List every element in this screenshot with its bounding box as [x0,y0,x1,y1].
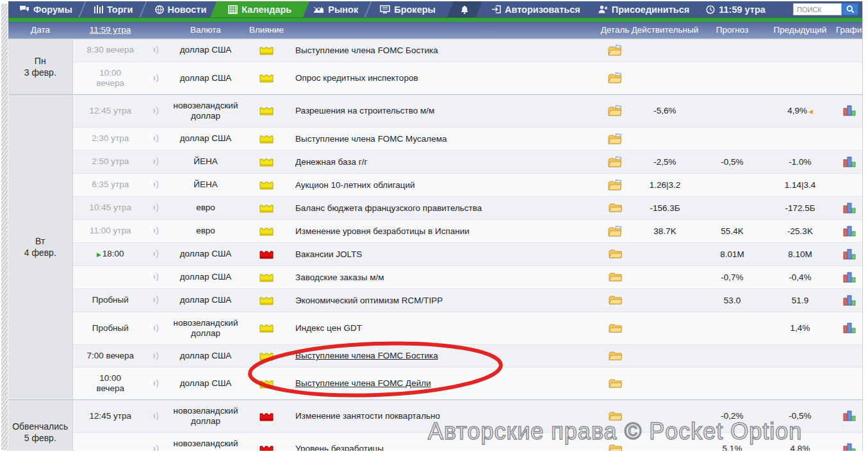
event-row[interactable]: Пробныйдоллар СШАЭкономический оптимизм … [8,289,863,312]
chart-cell[interactable] [836,196,863,219]
chart-cell[interactable] [836,173,863,196]
tab-trades[interactable]: Торги [83,1,144,17]
event-row[interactable]: 7:00 вечерадоллар СШАВыступление члена F… [8,344,863,367]
event-row[interactable]: 6:35 утраЙЕНААукцион 10-летних облигаций… [8,173,863,196]
bar-chart-icon[interactable] [843,226,856,237]
detail-report-icon[interactable] [608,105,623,116]
detail-cell[interactable] [600,265,630,289]
event-row[interactable]: 11:00 утраевроИзменение уровня безработи… [8,219,863,242]
event-title[interactable]: Изменение уровня безработицы в Испании [286,219,600,242]
event-row[interactable]: Пробныйновозеландский долларИндекс цен G… [8,312,863,344]
event-row[interactable]: Вт 4 февр.12:45 утрановозеландский долла… [8,94,863,127]
event-title[interactable]: Вакансии JOLTS [286,242,600,265]
detail-report-icon[interactable] [608,72,623,83]
detail-cell[interactable] [600,38,630,62]
detail-cell[interactable] [600,127,630,150]
event-row[interactable]: Пн 3 февр.8:30 вечерадоллар СШАВыступлен… [8,38,863,62]
chart-cell[interactable] [836,94,863,127]
detail-report-icon[interactable] [608,45,623,56]
search-input[interactable] [793,3,842,15]
detail-cell[interactable] [600,367,630,399]
detail-folder-icon[interactable] [609,272,622,282]
event-title[interactable]: Выступление члена FOMC Бостика [286,38,600,62]
chart-cell[interactable] [836,219,863,242]
chart-cell[interactable] [836,312,863,344]
detail-cell[interactable] [600,432,630,451]
event-row[interactable]: доллар СШАЗаводские заказы м/м-0,7%-0,4% [8,265,863,289]
event-title[interactable]: Выступление члена FOMC Дейли [286,367,600,399]
event-row[interactable]: 10:45 утраевроБаланс бюджета французског… [8,196,863,219]
event-title[interactable]: Индекс цен GDT [286,312,600,344]
chart-cell[interactable] [836,242,863,265]
bar-chart-icon[interactable] [843,410,856,421]
detail-cell[interactable] [600,150,630,173]
event-title[interactable]: Экономический оптимизм RCM/TIPP [286,289,600,312]
event-row[interactable]: 10:00 вечерадоллар СШАОпрос кредитных ин… [8,62,863,94]
detail-cell[interactable] [600,289,630,312]
event-title[interactable]: Выступление члена FOMC Мусалема [286,127,600,150]
detail-folder-icon[interactable] [609,411,622,421]
event-title[interactable]: Опрос кредитных инспекторов [286,62,600,94]
chart-cell[interactable] [836,432,863,451]
bar-chart-icon[interactable] [843,203,856,214]
chart-cell[interactable] [836,150,863,173]
header-time[interactable]: 11:59 утра [72,22,148,38]
bar-chart-icon[interactable] [843,272,856,283]
detail-folder-icon[interactable] [609,323,622,333]
event-title[interactable]: Изменение занятости поквартально [286,399,600,432]
bar-chart-icon[interactable] [843,105,856,116]
chart-cell[interactable] [836,399,863,432]
detail-report-icon[interactable] [608,156,623,167]
event-row[interactable]: 2:30 утрадоллар СШАВыступление члена FOM… [8,127,863,150]
detail-cell[interactable] [600,312,630,344]
chart-cell[interactable] [836,344,863,367]
bar-chart-icon[interactable] [843,156,856,167]
detail-cell[interactable] [600,344,630,367]
tab-calendar[interactable]: Календарь [217,1,302,17]
chart-cell[interactable] [836,289,863,312]
detail-folder-icon[interactable] [609,249,622,259]
chart-cell[interactable] [836,265,863,289]
event-row[interactable]: Обвенчались 5 февр.12:45 утрановозеландс… [8,399,863,432]
event-title[interactable]: Денежная база г/г [286,150,600,173]
join-link[interactable]: Присоединиться [589,4,699,15]
tab-news[interactable]: Новости [144,1,218,17]
detail-report-icon[interactable] [608,226,623,237]
bar-chart-icon[interactable] [843,249,856,260]
tab-brokers[interactable]: Брокеры [369,1,446,17]
event-title[interactable]: Аукцион 10-летних облигаций [286,173,600,196]
chart-cell[interactable] [836,127,863,150]
detail-cell[interactable] [600,94,630,127]
tab-forums[interactable]: Форумы [8,1,83,17]
detail-cell[interactable] [600,196,630,219]
detail-folder-icon[interactable] [609,295,622,305]
chart-cell[interactable] [836,38,863,62]
event-row[interactable]: 2:50 утраЙЕНАДенежная база г/г-2,5%-0,5%… [8,150,863,173]
search-button[interactable] [842,3,858,15]
event-title[interactable]: Заводские заказы м/м [286,265,600,289]
tab-market[interactable]: Рынок [302,1,369,17]
event-row[interactable]: 10:00 вечерадоллар СШАВыступление члена … [8,367,863,399]
chart-cell[interactable] [836,62,863,94]
detail-report-icon[interactable] [608,180,623,190]
detail-report-icon[interactable] [608,133,623,144]
login-link[interactable]: Авторизоваться [483,4,589,15]
detail-folder-icon[interactable] [609,444,622,451]
notifications-button[interactable] [447,1,482,17]
event-row[interactable]: ▶18:00доллар СШАВакансии JOLTS8.01M8.10M [8,242,863,265]
detail-folder-icon[interactable] [609,351,622,361]
event-title[interactable]: Баланс бюджета французского правительств… [286,196,600,219]
detail-cell[interactable] [600,399,630,432]
chart-cell[interactable] [836,367,863,399]
bar-chart-icon[interactable] [843,295,856,306]
detail-cell[interactable] [600,242,630,265]
detail-cell[interactable] [600,62,630,94]
event-row[interactable]: новозеландский долларУровень безработицы… [8,432,863,451]
detail-folder-icon[interactable] [609,378,622,389]
detail-cell[interactable] [600,219,630,242]
detail-cell[interactable] [600,173,630,196]
bar-chart-icon[interactable] [843,323,856,333]
event-title[interactable]: Выступление члена FOMC Бостика [286,344,600,367]
detail-folder-icon[interactable] [609,203,622,213]
event-title[interactable]: Разрешения на строительство м/м [286,94,600,127]
